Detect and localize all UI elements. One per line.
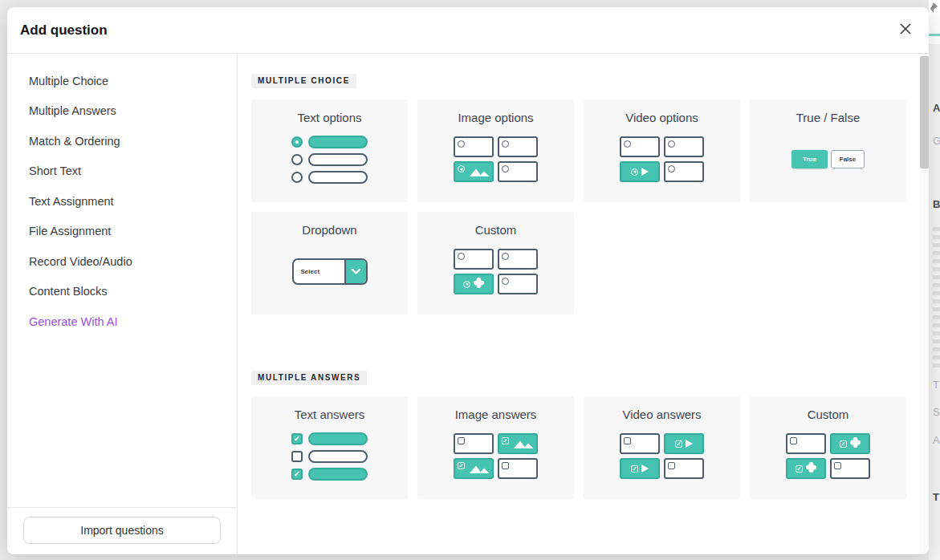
option-pill: [308, 136, 368, 148]
media-tile: ✓: [454, 458, 494, 479]
card-icon-area: [291, 124, 368, 202]
radio-icon: [502, 165, 509, 172]
card-title: Text options: [297, 111, 361, 124]
media-tile: ✓: [786, 433, 826, 454]
card-image-answers[interactable]: Image answers✓✓✓✓: [417, 396, 574, 499]
puzzle-grid-icon: [454, 249, 538, 294]
card-icon-area: [454, 237, 538, 314]
import-questions-button[interactable]: Import questions: [23, 517, 221, 544]
card-title: Image options: [458, 111, 533, 124]
background-text-fragment: A: [933, 102, 940, 114]
section-label: MULTIPLE CHOICE: [251, 74, 356, 88]
sidebar-item-multiple-choice[interactable]: Multiple Choice: [29, 66, 237, 96]
background-dashed-border: [933, 227, 940, 370]
card-custom[interactable]: Custom✓✓✓✓: [750, 396, 906, 499]
modal-body: Multiple ChoiceMultiple AnswersMatch & O…: [7, 54, 929, 554]
modal-title: Add question: [20, 22, 108, 39]
radio-icon: [631, 168, 638, 176]
card-dropdown[interactable]: DropdownSelect: [251, 212, 408, 314]
card-title: Image answers: [455, 408, 537, 421]
card-title: Text answers: [295, 408, 365, 421]
option-row: [291, 171, 368, 184]
close-button[interactable]: [895, 20, 916, 41]
radio-icon: [291, 136, 303, 148]
media-tile: [664, 136, 704, 157]
card-title: Video answers: [622, 408, 701, 421]
media-tile: ✓: [664, 458, 704, 479]
checkbox-icon: ✓: [840, 440, 847, 448]
radio-icon: [458, 165, 465, 172]
image-icon: [514, 437, 535, 452]
option-row: ✓: [291, 432, 368, 445]
checkbox-icon: ✓: [291, 433, 303, 444]
card-icon-area: ✓✓✓✓: [454, 421, 538, 499]
sidebar-item-multiple-answers[interactable]: Multiple Answers: [29, 96, 237, 127]
modal-header: Add question: [7, 7, 929, 54]
sidebar-item-file-assignment[interactable]: File Assignment: [29, 217, 237, 247]
card-icon-area: Select: [292, 237, 368, 314]
background-text-fragment: S: [933, 406, 940, 418]
sidebar-item-content-blocks[interactable]: Content Blocks: [29, 277, 237, 307]
card-video-answers[interactable]: Video answers✓✓✓✓: [584, 396, 740, 499]
card-grid: Text optionsImage optionsVideo optionsTr…: [251, 99, 929, 314]
question-type-sidebar: Multiple ChoiceMultiple AnswersMatch & O…: [7, 54, 238, 554]
card-title: Custom: [808, 408, 849, 421]
radio-icon: [463, 281, 470, 288]
media-tile: [620, 161, 660, 182]
image-grid-icon: ✓✓✓✓: [454, 433, 538, 479]
radio-icon: [458, 253, 465, 260]
sidebar-item-generate-with-ai[interactable]: Generate With AI: [29, 306, 237, 337]
checkbox-icon: ✓: [675, 440, 682, 448]
option-list-icon: ✓✓✓: [291, 432, 368, 481]
card-icon-area: [454, 124, 538, 202]
media-tile: [454, 136, 494, 157]
radio-icon: [502, 140, 509, 148]
media-tile: [498, 136, 538, 157]
sidebar-item-text-assignment[interactable]: Text Assignment: [29, 186, 237, 217]
sidebar-item-short-text[interactable]: Short Text: [29, 156, 237, 187]
card-title: Custom: [475, 223, 517, 237]
sidebar-item-record-video-audio[interactable]: Record Video/Audio: [29, 246, 237, 277]
card-title: Dropdown: [302, 223, 356, 237]
radio-icon: [624, 140, 631, 148]
card-icon-area: ✓✓✓: [291, 421, 368, 499]
card-video-options[interactable]: Video options: [584, 99, 740, 202]
option-pill: [308, 468, 368, 481]
media-tile: ✓: [454, 433, 494, 454]
section-label: MULTIPLE ANSWERS: [251, 371, 367, 385]
true-false-icon: TrueFalse: [791, 150, 865, 168]
radio-icon: [458, 140, 465, 148]
option-row: ✓: [291, 450, 368, 463]
sidebar-item-match-ordering[interactable]: Match & Ordering: [29, 126, 237, 156]
card-true-false[interactable]: True / FalseTrueFalse: [750, 99, 906, 202]
background-text-fragment: A: [933, 434, 940, 446]
checkbox-icon: ✓: [624, 437, 631, 444]
media-tile: ✓: [620, 458, 660, 479]
true-button-icon: True: [791, 150, 828, 168]
option-list-icon: [291, 136, 368, 184]
card-title: True / False: [796, 111, 860, 124]
card-grid: Text answers✓✓✓Image answers✓✓✓✓Video an…: [251, 396, 929, 499]
checkbox-icon: ✓: [291, 451, 303, 462]
sidebar-footer: Import questions: [7, 507, 237, 554]
image-icon: [470, 462, 490, 477]
media-tile: [454, 274, 494, 294]
media-tile: ✓: [786, 458, 826, 479]
image-icon: [470, 165, 490, 180]
play-icon: [641, 465, 649, 473]
image-grid-icon: [454, 136, 538, 182]
media-tile: [498, 274, 538, 294]
puzzle-icon: [474, 277, 484, 291]
play-icon: [641, 168, 649, 176]
scrollbar[interactable]: [920, 54, 929, 554]
card-custom[interactable]: Custom: [417, 212, 574, 314]
card-icon-area: ✓✓✓✓: [786, 421, 870, 499]
scrollbar-thumb[interactable]: [920, 56, 929, 168]
chevron-down-icon: [344, 260, 366, 283]
card-image-options[interactable]: Image options: [417, 99, 574, 202]
card-text-options[interactable]: Text options: [251, 99, 408, 202]
media-tile: [620, 136, 660, 157]
checkbox-icon: ✓: [502, 437, 509, 444]
background-active-tab-line: [929, 34, 940, 36]
card-text-answers[interactable]: Text answers✓✓✓: [251, 396, 408, 499]
